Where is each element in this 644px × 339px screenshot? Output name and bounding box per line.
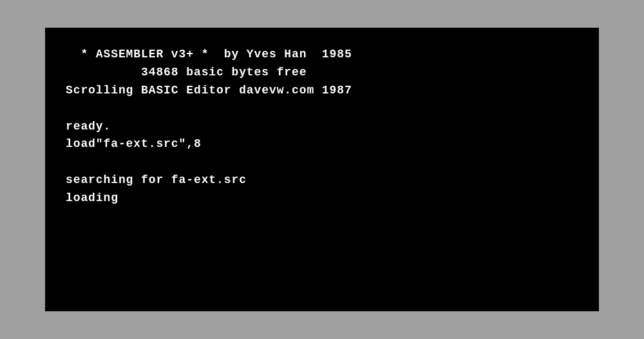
line-blank1 <box>66 100 578 118</box>
line-blank2 <box>66 153 578 171</box>
line-loading: loading <box>66 189 578 208</box>
line-searching: searching for fa-ext.src <box>66 171 578 189</box>
line-ready: ready. <box>66 118 578 136</box>
line-load: load"fa-ext.src",8 <box>66 135 578 153</box>
terminal-screen: * ASSEMBLER v3+ * by Yves Han 1985 34868… <box>45 28 599 311</box>
line-scrolling: Scrolling BASIC Editor davevw.com 1987 <box>66 82 578 100</box>
line-bytes: 34868 basic bytes free <box>66 64 578 82</box>
line-title: * ASSEMBLER v3+ * by Yves Han 1985 <box>66 46 578 64</box>
